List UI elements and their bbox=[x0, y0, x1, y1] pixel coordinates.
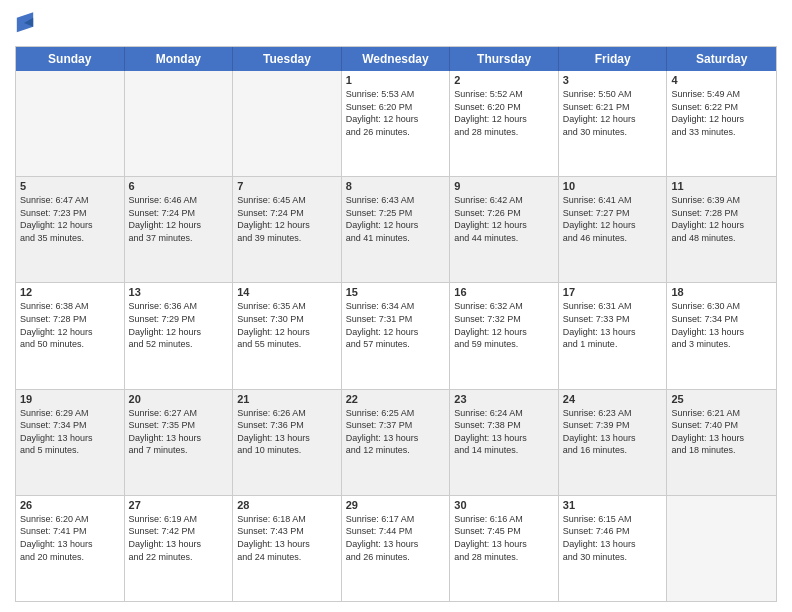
cal-cell: 13Sunrise: 6:36 AM Sunset: 7:29 PM Dayli… bbox=[125, 283, 234, 388]
cal-cell: 3Sunrise: 5:50 AM Sunset: 6:21 PM Daylig… bbox=[559, 71, 668, 176]
calendar-body: 1Sunrise: 5:53 AM Sunset: 6:20 PM Daylig… bbox=[16, 71, 776, 601]
day-number: 3 bbox=[563, 74, 663, 86]
page: SundayMondayTuesdayWednesdayThursdayFrid… bbox=[0, 0, 792, 612]
header-day-wednesday: Wednesday bbox=[342, 47, 451, 71]
day-number: 14 bbox=[237, 286, 337, 298]
cal-cell: 29Sunrise: 6:17 AM Sunset: 7:44 PM Dayli… bbox=[342, 496, 451, 601]
header-day-monday: Monday bbox=[125, 47, 234, 71]
cal-cell: 14Sunrise: 6:35 AM Sunset: 7:30 PM Dayli… bbox=[233, 283, 342, 388]
cal-cell: 22Sunrise: 6:25 AM Sunset: 7:37 PM Dayli… bbox=[342, 390, 451, 495]
cell-info: Sunrise: 6:18 AM Sunset: 7:43 PM Dayligh… bbox=[237, 513, 337, 563]
cell-info: Sunrise: 6:43 AM Sunset: 7:25 PM Dayligh… bbox=[346, 194, 446, 244]
cal-cell: 11Sunrise: 6:39 AM Sunset: 7:28 PM Dayli… bbox=[667, 177, 776, 282]
calendar: SundayMondayTuesdayWednesdayThursdayFrid… bbox=[15, 46, 777, 602]
cal-cell: 18Sunrise: 6:30 AM Sunset: 7:34 PM Dayli… bbox=[667, 283, 776, 388]
day-number: 8 bbox=[346, 180, 446, 192]
cal-cell: 19Sunrise: 6:29 AM Sunset: 7:34 PM Dayli… bbox=[16, 390, 125, 495]
day-number: 19 bbox=[20, 393, 120, 405]
cell-info: Sunrise: 6:29 AM Sunset: 7:34 PM Dayligh… bbox=[20, 407, 120, 457]
header-day-friday: Friday bbox=[559, 47, 668, 71]
cell-info: Sunrise: 6:38 AM Sunset: 7:28 PM Dayligh… bbox=[20, 300, 120, 350]
cal-cell: 21Sunrise: 6:26 AM Sunset: 7:36 PM Dayli… bbox=[233, 390, 342, 495]
cell-info: Sunrise: 6:34 AM Sunset: 7:31 PM Dayligh… bbox=[346, 300, 446, 350]
cal-cell: 25Sunrise: 6:21 AM Sunset: 7:40 PM Dayli… bbox=[667, 390, 776, 495]
cal-cell: 4Sunrise: 5:49 AM Sunset: 6:22 PM Daylig… bbox=[667, 71, 776, 176]
cell-info: Sunrise: 6:26 AM Sunset: 7:36 PM Dayligh… bbox=[237, 407, 337, 457]
cal-cell: 7Sunrise: 6:45 AM Sunset: 7:24 PM Daylig… bbox=[233, 177, 342, 282]
logo bbox=[15, 10, 37, 38]
cal-cell: 26Sunrise: 6:20 AM Sunset: 7:41 PM Dayli… bbox=[16, 496, 125, 601]
day-number: 22 bbox=[346, 393, 446, 405]
day-number: 20 bbox=[129, 393, 229, 405]
cal-cell: 10Sunrise: 6:41 AM Sunset: 7:27 PM Dayli… bbox=[559, 177, 668, 282]
cell-info: Sunrise: 6:36 AM Sunset: 7:29 PM Dayligh… bbox=[129, 300, 229, 350]
header-day-thursday: Thursday bbox=[450, 47, 559, 71]
day-number: 28 bbox=[237, 499, 337, 511]
cal-cell: 12Sunrise: 6:38 AM Sunset: 7:28 PM Dayli… bbox=[16, 283, 125, 388]
day-number: 5 bbox=[20, 180, 120, 192]
day-number: 16 bbox=[454, 286, 554, 298]
cell-info: Sunrise: 6:25 AM Sunset: 7:37 PM Dayligh… bbox=[346, 407, 446, 457]
day-number: 9 bbox=[454, 180, 554, 192]
cal-cell bbox=[125, 71, 234, 176]
day-number: 26 bbox=[20, 499, 120, 511]
cell-info: Sunrise: 6:31 AM Sunset: 7:33 PM Dayligh… bbox=[563, 300, 663, 350]
cal-cell bbox=[233, 71, 342, 176]
logo-icon bbox=[15, 10, 35, 38]
cell-info: Sunrise: 6:24 AM Sunset: 7:38 PM Dayligh… bbox=[454, 407, 554, 457]
day-number: 10 bbox=[563, 180, 663, 192]
cal-row-1: 5Sunrise: 6:47 AM Sunset: 7:23 PM Daylig… bbox=[16, 177, 776, 283]
day-number: 17 bbox=[563, 286, 663, 298]
cell-info: Sunrise: 5:53 AM Sunset: 6:20 PM Dayligh… bbox=[346, 88, 446, 138]
day-number: 24 bbox=[563, 393, 663, 405]
cell-info: Sunrise: 6:30 AM Sunset: 7:34 PM Dayligh… bbox=[671, 300, 772, 350]
cell-info: Sunrise: 6:32 AM Sunset: 7:32 PM Dayligh… bbox=[454, 300, 554, 350]
cal-cell: 20Sunrise: 6:27 AM Sunset: 7:35 PM Dayli… bbox=[125, 390, 234, 495]
cal-cell: 28Sunrise: 6:18 AM Sunset: 7:43 PM Dayli… bbox=[233, 496, 342, 601]
cal-row-3: 19Sunrise: 6:29 AM Sunset: 7:34 PM Dayli… bbox=[16, 390, 776, 496]
day-number: 18 bbox=[671, 286, 772, 298]
day-number: 12 bbox=[20, 286, 120, 298]
cell-info: Sunrise: 6:23 AM Sunset: 7:39 PM Dayligh… bbox=[563, 407, 663, 457]
cal-cell: 1Sunrise: 5:53 AM Sunset: 6:20 PM Daylig… bbox=[342, 71, 451, 176]
cell-info: Sunrise: 6:16 AM Sunset: 7:45 PM Dayligh… bbox=[454, 513, 554, 563]
day-number: 29 bbox=[346, 499, 446, 511]
cal-cell: 2Sunrise: 5:52 AM Sunset: 6:20 PM Daylig… bbox=[450, 71, 559, 176]
cell-info: Sunrise: 6:47 AM Sunset: 7:23 PM Dayligh… bbox=[20, 194, 120, 244]
day-number: 6 bbox=[129, 180, 229, 192]
header-day-sunday: Sunday bbox=[16, 47, 125, 71]
cell-info: Sunrise: 6:21 AM Sunset: 7:40 PM Dayligh… bbox=[671, 407, 772, 457]
cal-cell bbox=[16, 71, 125, 176]
day-number: 30 bbox=[454, 499, 554, 511]
day-number: 4 bbox=[671, 74, 772, 86]
cal-row-0: 1Sunrise: 5:53 AM Sunset: 6:20 PM Daylig… bbox=[16, 71, 776, 177]
day-number: 7 bbox=[237, 180, 337, 192]
day-number: 1 bbox=[346, 74, 446, 86]
cal-row-2: 12Sunrise: 6:38 AM Sunset: 7:28 PM Dayli… bbox=[16, 283, 776, 389]
day-number: 21 bbox=[237, 393, 337, 405]
cell-info: Sunrise: 6:15 AM Sunset: 7:46 PM Dayligh… bbox=[563, 513, 663, 563]
cal-cell: 24Sunrise: 6:23 AM Sunset: 7:39 PM Dayli… bbox=[559, 390, 668, 495]
cell-info: Sunrise: 5:50 AM Sunset: 6:21 PM Dayligh… bbox=[563, 88, 663, 138]
cal-cell bbox=[667, 496, 776, 601]
cell-info: Sunrise: 6:19 AM Sunset: 7:42 PM Dayligh… bbox=[129, 513, 229, 563]
cal-cell: 16Sunrise: 6:32 AM Sunset: 7:32 PM Dayli… bbox=[450, 283, 559, 388]
cal-cell: 9Sunrise: 6:42 AM Sunset: 7:26 PM Daylig… bbox=[450, 177, 559, 282]
cell-info: Sunrise: 6:46 AM Sunset: 7:24 PM Dayligh… bbox=[129, 194, 229, 244]
day-number: 2 bbox=[454, 74, 554, 86]
day-number: 13 bbox=[129, 286, 229, 298]
cal-cell: 8Sunrise: 6:43 AM Sunset: 7:25 PM Daylig… bbox=[342, 177, 451, 282]
header-day-tuesday: Tuesday bbox=[233, 47, 342, 71]
day-number: 27 bbox=[129, 499, 229, 511]
cell-info: Sunrise: 5:52 AM Sunset: 6:20 PM Dayligh… bbox=[454, 88, 554, 138]
cell-info: Sunrise: 6:17 AM Sunset: 7:44 PM Dayligh… bbox=[346, 513, 446, 563]
cal-cell: 27Sunrise: 6:19 AM Sunset: 7:42 PM Dayli… bbox=[125, 496, 234, 601]
header-day-saturday: Saturday bbox=[667, 47, 776, 71]
day-number: 23 bbox=[454, 393, 554, 405]
cell-info: Sunrise: 6:20 AM Sunset: 7:41 PM Dayligh… bbox=[20, 513, 120, 563]
cell-info: Sunrise: 5:49 AM Sunset: 6:22 PM Dayligh… bbox=[671, 88, 772, 138]
cal-row-4: 26Sunrise: 6:20 AM Sunset: 7:41 PM Dayli… bbox=[16, 496, 776, 601]
cal-cell: 17Sunrise: 6:31 AM Sunset: 7:33 PM Dayli… bbox=[559, 283, 668, 388]
calendar-header: SundayMondayTuesdayWednesdayThursdayFrid… bbox=[16, 47, 776, 71]
cell-info: Sunrise: 6:45 AM Sunset: 7:24 PM Dayligh… bbox=[237, 194, 337, 244]
